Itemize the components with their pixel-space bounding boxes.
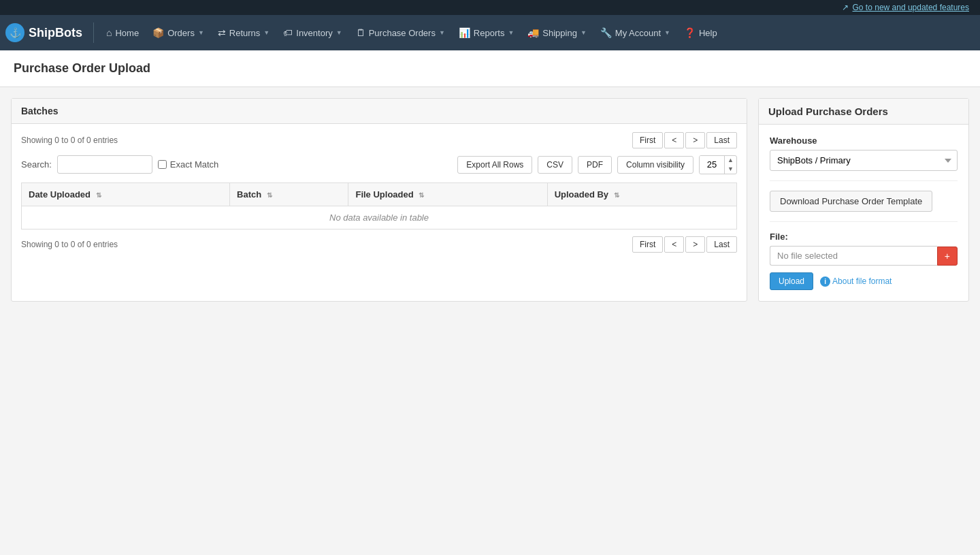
nav-shipping-label: Shipping — [542, 28, 577, 38]
chevron-down-icon-returns: ▼ — [263, 29, 270, 36]
home-icon: ⌂ — [106, 27, 112, 38]
about-link-label: About file format — [832, 276, 892, 286]
page-header: Purchase Order Upload — [0, 50, 980, 87]
orders-icon: 📦 — [152, 27, 164, 38]
sidebar-item-orders[interactable]: 📦 Orders ▼ — [146, 15, 211, 50]
upload-panel-heading: Upload Purchase Orders — [759, 99, 968, 125]
controls-row: Search: Exact Match Export All Rows CSV … — [21, 155, 737, 174]
sidebar-item-home[interactable]: ⌂ Home — [99, 15, 146, 50]
nav-help-label: Help — [699, 28, 717, 38]
per-page-up-arrow[interactable]: ▲ — [725, 156, 736, 165]
no-data-row: No data available in table — [22, 206, 737, 229]
brand-logo[interactable]: ⚓ ShipBots — [5, 23, 82, 42]
search-input[interactable] — [57, 155, 152, 174]
batches-panel: Batches Showing 0 to 0 of 0 entries Firs… — [11, 98, 747, 302]
sidebar-item-inventory[interactable]: 🏷 Inventory ▼ — [276, 15, 348, 50]
file-label: File: — [770, 232, 958, 242]
column-visibility-button[interactable]: Column visibility — [617, 156, 693, 174]
export-all-rows-button[interactable]: Export All Rows — [457, 156, 532, 174]
shipping-icon: 🚚 — [527, 27, 539, 38]
nav-home-label: Home — [115, 28, 139, 38]
showing-text-top: Showing 0 to 0 of 0 entries — [21, 136, 118, 145]
sidebar-item-my-account[interactable]: 🔧 My Account ▼ — [593, 15, 677, 50]
sidebar-item-help[interactable]: ❓ Help — [677, 15, 724, 50]
file-name-display: No file selected — [770, 246, 937, 266]
main-content: Batches Showing 0 to 0 of 0 entries Firs… — [0, 87, 980, 313]
chevron-down-icon-account: ▼ — [664, 29, 670, 36]
warehouse-select[interactable]: ShipBots / Primary — [770, 150, 958, 171]
page-title: Purchase Order Upload — [14, 61, 966, 76]
batches-body: Showing 0 to 0 of 0 entries First < > La… — [12, 124, 747, 268]
warehouse-select-wrapper: ShipBots / Primary — [770, 150, 958, 171]
per-page-input[interactable] — [700, 156, 724, 173]
new-features-link[interactable]: Go to new and updated features — [853, 3, 969, 12]
sidebar-item-shipping[interactable]: 🚚 Shipping ▼ — [521, 15, 593, 50]
chevron-down-icon-po: ▼ — [439, 29, 445, 36]
per-page-wrapper: ▲ ▼ — [699, 155, 737, 174]
nav-account-label: My Account — [615, 28, 661, 38]
download-template-button[interactable]: Download Purchase Order Template — [770, 191, 932, 212]
upload-panel: Upload Purchase Orders Warehouse ShipBot… — [758, 98, 969, 302]
exact-match-label: Exact Match — [170, 159, 219, 170]
last-button-top[interactable]: Last — [706, 132, 737, 148]
nav-inventory-label: Inventory — [296, 28, 332, 38]
prev-button-bottom[interactable]: < — [664, 236, 684, 253]
external-link-icon: ↗ — [842, 3, 849, 12]
reports-icon: 📊 — [459, 27, 470, 38]
info-icon: i — [820, 276, 830, 287]
sort-icon-batch: ⇅ — [267, 191, 272, 199]
top-pagination-row: Showing 0 to 0 of 0 entries First < > La… — [21, 132, 737, 148]
next-button-bottom[interactable]: > — [685, 236, 705, 253]
batches-table: Date Uploaded ⇅ Batch ⇅ File Uploaded ⇅ — [21, 183, 737, 229]
chevron-down-icon: ▼ — [198, 29, 204, 36]
bottom-pagination-buttons: First < > Last — [632, 236, 737, 253]
purchase-orders-icon: 🗒 — [356, 27, 365, 38]
file-input-row: No file selected + — [770, 246, 958, 266]
about-file-format-link[interactable]: i About file format — [820, 276, 892, 287]
pdf-button[interactable]: PDF — [578, 156, 612, 174]
next-button-top[interactable]: > — [685, 132, 705, 148]
upload-actions: Upload i About file format — [770, 272, 958, 290]
search-label: Search: — [21, 159, 52, 170]
sidebar-item-returns[interactable]: ⇄ Returns ▼ — [211, 15, 276, 50]
per-page-arrows: ▲ ▼ — [724, 156, 736, 174]
upload-button[interactable]: Upload — [770, 272, 813, 290]
nav-reports-label: Reports — [474, 28, 505, 38]
sidebar-item-purchase-orders[interactable]: 🗒 Purchase Orders ▼ — [349, 15, 452, 50]
prev-button-top[interactable]: < — [664, 132, 684, 148]
chevron-down-icon-reports: ▼ — [508, 29, 514, 36]
batches-heading: Batches — [12, 99, 747, 124]
nav-returns-label: Returns — [229, 28, 261, 38]
first-button-bottom[interactable]: First — [632, 236, 663, 253]
sort-icon-date: ⇅ — [96, 191, 101, 199]
nav-orders-label: Orders — [167, 28, 195, 38]
no-data-cell: No data available in table — [22, 206, 737, 229]
top-banner: ↗ Go to new and updated features — [0, 0, 980, 15]
sort-icon-file: ⇅ — [419, 191, 424, 199]
sort-icon-uploaded-by: ⇅ — [614, 191, 619, 199]
showing-text-bottom: Showing 0 to 0 of 0 entries — [21, 240, 118, 249]
top-pagination-buttons: First < > Last — [632, 132, 737, 148]
col-batch[interactable]: Batch ⇅ — [230, 183, 348, 206]
navbar: ⚓ ShipBots ⌂ Home 📦 Orders ▼ ⇄ Returns ▼… — [0, 15, 980, 50]
nav-po-label: Purchase Orders — [369, 28, 436, 38]
nav-items: ⌂ Home 📦 Orders ▼ ⇄ Returns ▼ 🏷 Inventor… — [99, 15, 975, 50]
file-add-button[interactable]: + — [937, 247, 958, 266]
last-button-bottom[interactable]: Last — [706, 236, 737, 253]
chevron-down-icon-inventory: ▼ — [336, 29, 342, 36]
brand-name: ShipBots — [29, 26, 82, 40]
exact-match-checkbox[interactable] — [158, 160, 167, 169]
col-date-uploaded[interactable]: Date Uploaded ⇅ — [22, 183, 230, 206]
logo-icon: ⚓ — [5, 23, 24, 42]
csv-button[interactable]: CSV — [538, 156, 572, 174]
account-icon: 🔧 — [600, 27, 612, 38]
sidebar-item-reports[interactable]: 📊 Reports ▼ — [452, 15, 521, 50]
divider-2 — [770, 221, 958, 222]
col-uploaded-by[interactable]: Uploaded By ⇅ — [547, 183, 736, 206]
col-file-uploaded[interactable]: File Uploaded ⇅ — [348, 183, 547, 206]
per-page-down-arrow[interactable]: ▼ — [725, 165, 736, 174]
upload-panel-body: Warehouse ShipBots / Primary Download Pu… — [759, 125, 968, 301]
exact-match-container: Exact Match — [158, 159, 219, 170]
first-button-top[interactable]: First — [632, 132, 663, 148]
divider — [770, 180, 958, 181]
